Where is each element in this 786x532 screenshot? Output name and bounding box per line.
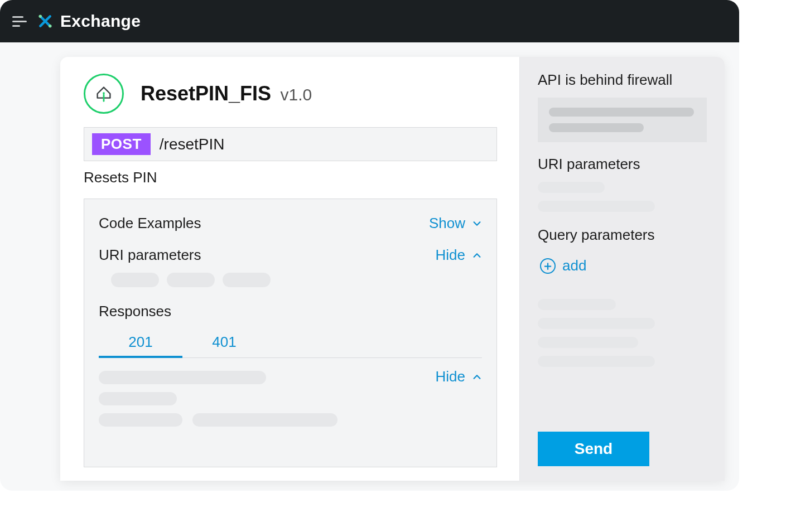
sidebar-uri-params: URI parameters: [538, 156, 707, 212]
placeholder-line: [538, 356, 655, 367]
code-examples-label: Code Examples: [99, 215, 201, 232]
brand[interactable]: Exchange: [37, 12, 141, 31]
placeholder-line: [549, 123, 644, 132]
placeholder-line: [538, 182, 605, 193]
placeholder-line: [538, 318, 655, 329]
firewall-label: API is behind firewall: [538, 71, 707, 89]
card-sidebar: API is behind firewall URI parameters Qu…: [519, 57, 725, 481]
details-panel: Code Examples Show URI parameters Hide: [84, 199, 497, 467]
endpoint-box: POST /resetPIN: [84, 127, 497, 161]
sidebar-query-params-label: Query parameters: [538, 226, 707, 244]
placeholder-pill: [223, 273, 271, 287]
uri-params-toggle[interactable]: Hide: [436, 246, 482, 264]
code-examples-toggle-text: Show: [429, 215, 465, 232]
response-tab-401[interactable]: 401: [182, 328, 266, 357]
placeholder-pill: [111, 273, 159, 287]
uri-params-row: URI parameters Hide: [99, 241, 482, 273]
sidebar-extra-block: [538, 299, 707, 367]
endpoint-description: Resets PIN: [84, 169, 497, 186]
placeholder-line: [549, 108, 694, 117]
chevron-up-icon: [472, 250, 482, 260]
code-examples-toggle[interactable]: Show: [429, 215, 482, 232]
api-icon: [84, 74, 124, 114]
placeholder-line: [99, 392, 177, 405]
sidebar-uri-params-label: URI parameters: [538, 156, 707, 173]
api-version: v1.0: [281, 85, 312, 104]
api-title-row: ResetPIN_FIS v1.0: [84, 74, 497, 114]
placeholder-line: [538, 201, 655, 212]
card-main: ResetPIN_FIS v1.0 POST /resetPIN Resets …: [60, 57, 519, 481]
placeholder-line: [192, 413, 337, 427]
svg-point-0: [38, 14, 42, 18]
app-window: Exchange ResetPIN_FIS v1.0: [0, 0, 739, 491]
topbar: Exchange: [0, 0, 739, 42]
svg-point-3: [103, 92, 105, 94]
add-label: add: [562, 257, 586, 274]
brand-name: Exchange: [60, 12, 141, 31]
firewall-info-box: [538, 98, 707, 142]
uri-params-label: URI parameters: [99, 246, 201, 264]
uri-params-placeholder-row: [99, 273, 482, 297]
placeholder-line: [99, 371, 266, 384]
content-area: ResetPIN_FIS v1.0 POST /resetPIN Resets …: [0, 42, 739, 491]
send-button[interactable]: Send: [538, 432, 649, 466]
response-tabs: 201 401: [99, 328, 482, 358]
code-examples-row: Code Examples Show: [99, 209, 482, 241]
responses-label: Responses: [99, 297, 482, 328]
placeholder-line: [99, 413, 182, 427]
response-body: Hide: [99, 358, 482, 449]
placeholder-pill: [167, 273, 215, 287]
brand-logo-icon: [37, 13, 54, 30]
api-card: ResetPIN_FIS v1.0 POST /resetPIN Resets …: [60, 57, 725, 481]
placeholder-line: [538, 299, 616, 310]
menu-icon[interactable]: [12, 14, 27, 28]
svg-point-1: [49, 25, 52, 28]
endpoint-path: /resetPIN: [160, 136, 225, 153]
sidebar-query-params: Query parameters ＋ add: [538, 226, 707, 274]
api-name: ResetPIN_FIS: [141, 82, 271, 105]
response-tab-201[interactable]: 201: [99, 328, 182, 357]
chevron-down-icon: [472, 219, 482, 229]
plus-circle-icon: ＋: [540, 258, 556, 274]
add-query-param-button[interactable]: ＋ add: [538, 253, 707, 274]
http-method-badge: POST: [92, 133, 151, 155]
uri-params-toggle-text: Hide: [436, 246, 465, 264]
placeholder-line: [538, 337, 638, 348]
api-title-block: ResetPIN_FIS v1.0: [141, 82, 312, 105]
